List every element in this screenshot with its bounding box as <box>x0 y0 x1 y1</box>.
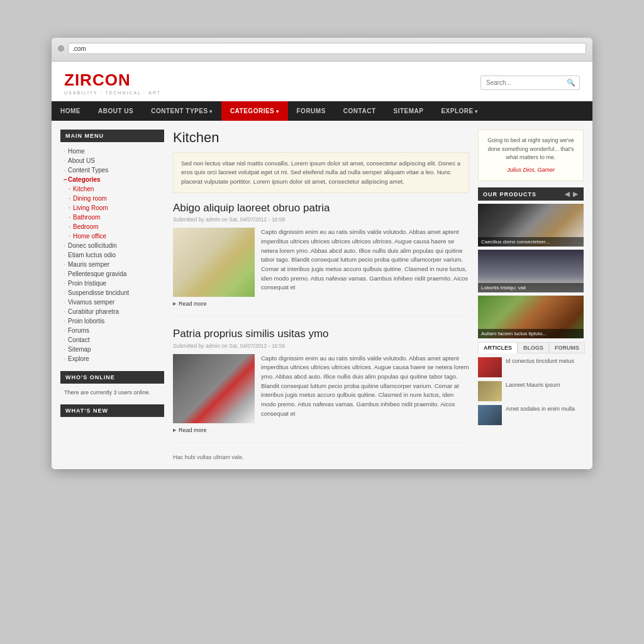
whos-online-section: WHO'S ONLINE There are currently 3 users… <box>60 371 164 398</box>
products-header: OUR PRODUCTS ◀ ▶ <box>478 187 584 201</box>
product-item-2[interactable]: Lobortis tristiqu: vali <box>478 250 584 292</box>
content-area: Kitchen Sed non lectus vitae nisl mattis… <box>164 130 478 460</box>
main-menu-section: MAIN MENU Home About US Content Types Ca… <box>60 130 164 365</box>
main-nav: HOME ABOUT US CONTENT TYPES CATEGORIES F… <box>52 101 592 121</box>
whos-online-title: WHO'S ONLINE <box>60 371 164 384</box>
article-2-readmore[interactable]: Read more <box>173 427 469 433</box>
sidebar-item-about[interactable]: About US <box>60 156 164 165</box>
main-menu-title: MAIN MENU <box>60 130 164 142</box>
product-item-1[interactable]: Caecilius domo consecteteer... <box>478 204 584 247</box>
article-2-title[interactable]: Patria proprius similis usitas ymo <box>173 328 469 340</box>
sidebar-item-bedroom[interactable]: Bedroom <box>60 222 164 231</box>
browser-chrome: .com <box>52 38 592 62</box>
product-caption-2: Lobortis tristiqu: vali <box>478 283 584 292</box>
sidebar-item-suspendisse[interactable]: Suspendisse tincidunt <box>60 288 164 297</box>
quote-text: Going to bed at night saying we've done … <box>485 136 577 162</box>
nav-explore[interactable]: EXPLORE <box>432 101 487 121</box>
whos-online-text: There are currently 3 users online. <box>60 387 164 398</box>
tabs-row: ARTICLES BLOGS FORUMS <box>478 342 584 353</box>
quote-link[interactable]: Gamer <box>538 167 555 173</box>
sidebar-item-donec[interactable]: Donec sollicitudin <box>60 241 164 250</box>
article-thumb-image-3 <box>478 405 502 425</box>
logo-tagline: USABILITY · TECHNICAL · ART <box>64 91 161 95</box>
sidebar-item-sitemap[interactable]: Sitemap <box>60 345 164 354</box>
browser-address-bar[interactable]: .com <box>68 43 586 54</box>
article-2: Patria proprius similis usitas ymo Submi… <box>173 328 469 442</box>
article-thumb-text-3: Amet sodales in enim mulla <box>506 405 575 413</box>
logo-text: ZIRCON <box>64 70 161 90</box>
sidebar-item-forums[interactable]: Forums <box>60 326 164 335</box>
article-thumb-image-1 <box>478 357 502 377</box>
products-nav[interactable]: ◀ ▶ <box>565 191 579 197</box>
article-1-title[interactable]: Abigo aliquip laoreet obruo patria <box>173 202 469 214</box>
sidebar-item-pellentesque[interactable]: Pellentesque gravida <box>60 269 164 279</box>
main-content: MAIN MENU Home About US Content Types Ca… <box>52 121 592 469</box>
page-title: Kitchen <box>173 130 469 146</box>
sidebar-item-contact[interactable]: Contact <box>60 335 164 345</box>
sidebar-item-explore[interactable]: Explore <box>60 354 164 364</box>
sidebar-item-content-types[interactable]: Content Types <box>60 165 164 175</box>
article-2-text: Capto dignissim enim au au ratis similis… <box>261 354 469 423</box>
article-1-body: Capto dignissim enim eu au ratis similis… <box>173 228 469 297</box>
product-item-3[interactable]: Aullam faciem luctus tiptuto... <box>478 296 584 338</box>
website: ZIRCON USABILITY · TECHNICAL · ART 🔍 HOM… <box>52 62 592 469</box>
sidebar-item-curabitur[interactable]: Curabitur pharetra <box>60 307 164 316</box>
sidebar-item-dining[interactable]: Dining room <box>60 194 164 203</box>
sidebar-item-etiam[interactable]: Etiam luctus odio <box>60 250 164 260</box>
product-caption-1: Caecilius domo consecteteer... <box>478 237 584 247</box>
article-1-meta: Submitted by admin on Sat, 04/07/2012 - … <box>173 216 469 223</box>
article-thumb-image-2 <box>478 381 502 401</box>
bottom-text: Hac hubi vultas ultriam vale. <box>173 454 469 460</box>
browser-window: .com ZIRCON USABILITY · TECHNICAL · ART … <box>52 38 592 469</box>
tab-articles[interactable]: ARTICLES <box>478 342 518 353</box>
article-thumb-3[interactable]: Amet sodales in enim mulla <box>478 405 584 425</box>
search-bar: 🔍 <box>480 75 580 90</box>
nav-forums[interactable]: FORUMS <box>288 101 335 121</box>
sidebar-item-categories[interactable]: Categories <box>60 175 164 184</box>
sidebar-item-living[interactable]: Living Room <box>60 203 164 213</box>
products-section: OUR PRODUCTS ◀ ▶ Caecilius domo consecte… <box>478 187 584 338</box>
article-2-image <box>173 354 255 423</box>
sidebar-item-vivamus[interactable]: Vivamus semper <box>60 297 164 307</box>
search-button[interactable]: 🔍 <box>563 76 579 89</box>
tab-blogs[interactable]: BLOGS <box>518 342 549 353</box>
nav-categories[interactable]: CATEGORIES <box>221 101 288 121</box>
left-sidebar: MAIN MENU Home About US Content Types Ca… <box>60 130 164 460</box>
sidebar-item-proin[interactable]: Proin tristique <box>60 279 164 288</box>
nav-home[interactable]: HOME <box>52 101 89 121</box>
site-logo[interactable]: ZIRCON USABILITY · TECHNICAL · ART <box>64 70 161 95</box>
kitchen-image <box>173 228 255 297</box>
logo-black: CON <box>92 70 131 89</box>
sidebar-item-home-office[interactable]: Home office <box>60 231 164 241</box>
nav-about[interactable]: ABOUT US <box>89 101 142 121</box>
article-thumb-1[interactable]: Id conectus tincidunt metus <box>478 357 584 377</box>
article-thumb-2[interactable]: Laoreet Mauris ipsum <box>478 381 584 401</box>
products-title: OUR PRODUCTS <box>483 191 536 197</box>
whats-new-section: WHAT'S NEW <box>60 404 164 417</box>
site-header: ZIRCON USABILITY · TECHNICAL · ART 🔍 <box>52 62 592 101</box>
article-1-readmore[interactable]: Read more <box>173 301 469 307</box>
whats-new-title: WHAT'S NEW <box>60 404 164 417</box>
quote-box: Going to bed at night saying we've done … <box>478 130 584 181</box>
tab-forums[interactable]: FORUMS <box>549 342 585 353</box>
article-2-body: Capto dignissim enim au au ratis similis… <box>173 354 469 423</box>
search-input[interactable] <box>481 77 563 89</box>
sidebar-item-kitchen[interactable]: Kitchen <box>60 184 164 194</box>
article-1: Abigo aliquip laoreet obruo patria Submi… <box>173 202 469 316</box>
sidebar-item-home[interactable]: Home <box>60 147 164 156</box>
quote-author: Julius Dios, Gamer <box>485 166 577 175</box>
nav-content-types[interactable]: CONTENT TYPES <box>142 101 221 121</box>
right-sidebar: Going to bed at night saying we've done … <box>478 130 584 460</box>
bedroom-image <box>173 354 255 423</box>
article-thumb-text-2: Laoreet Mauris ipsum <box>506 381 560 389</box>
article-thumb-text-1: Id conectus tincidunt metus <box>506 357 574 365</box>
sidebar-item-proin2[interactable]: Proin lobortis <box>60 316 164 326</box>
browser-close-button[interactable] <box>58 45 64 52</box>
sidebar-item-bathroom[interactable]: Bathroom <box>60 213 164 222</box>
nav-contact[interactable]: CONTACT <box>335 101 385 121</box>
sidebar-item-mauris[interactable]: Mauris semper <box>60 260 164 269</box>
article-2-meta: Submitted by admin on Sat, 04/07/2012 - … <box>173 343 469 349</box>
nav-sitemap[interactable]: SITEMAP <box>384 101 432 121</box>
article-1-text: Capto dignissim enim eu au ratis similis… <box>261 228 469 297</box>
intro-box: Sed non lectus vitae nisl mattis convall… <box>173 152 469 193</box>
